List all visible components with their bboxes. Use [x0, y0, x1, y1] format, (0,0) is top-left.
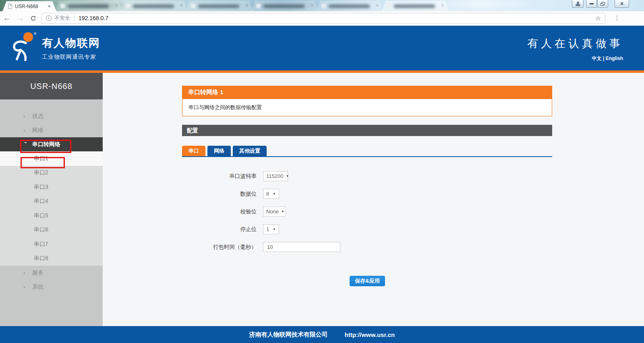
- back-button[interactable]: ←: [0, 14, 13, 23]
- browser-menu-icon[interactable]: ⋮: [611, 14, 623, 22]
- tab-close-icon[interactable]: ×: [441, 3, 444, 8]
- window-restore-button[interactable]: [597, 0, 608, 8]
- browser-tab-background[interactable]: ×: [186, 1, 253, 11]
- info-icon[interactable]: i: [46, 15, 52, 21]
- chevron-right-icon: ›: [23, 127, 32, 133]
- chevron-down-icon: ›: [23, 142, 29, 147]
- tab-favicon-icon: [321, 4, 326, 8]
- stopbits-select[interactable]: 1 ▼: [263, 224, 279, 234]
- brand-logo: ® 有人物联网 工业物联网通讯专家: [10, 31, 100, 63]
- usr-logo-icon: ®: [10, 31, 38, 63]
- tab-close-icon[interactable]: ×: [246, 3, 248, 8]
- sidebar-item-services[interactable]: › 服务: [0, 266, 103, 280]
- forward-button[interactable]: →: [13, 14, 27, 23]
- browser-tab-background[interactable]: ×: [382, 1, 449, 11]
- tab-favicon-icon: [191, 4, 195, 8]
- sidebar-item-serial-to-network[interactable]: › 串口转网络: [0, 137, 103, 151]
- sidebar-item-uart3[interactable]: 串口3: [0, 180, 103, 194]
- sidebar-item-label: 串口7: [34, 241, 48, 248]
- tab-close-icon[interactable]: ×: [376, 3, 379, 8]
- packtime-input[interactable]: [263, 242, 340, 252]
- tab-other-settings[interactable]: 其他设置: [233, 146, 267, 156]
- svg-text:®: ®: [34, 32, 37, 36]
- form-row-databits: 数据位 8 ▼: [182, 189, 552, 199]
- databits-select[interactable]: 8 ▼: [263, 189, 279, 199]
- browser-tabstrip: USR-N668 × × × × × × × ×: [0, 0, 644, 11]
- parity-select[interactable]: None ▼: [263, 207, 286, 217]
- tab-favicon-icon: [126, 4, 130, 8]
- select-value: None: [266, 209, 279, 215]
- browser-tab-background[interactable]: ×: [251, 1, 318, 11]
- select-value: 115200: [266, 173, 283, 179]
- form-row-packtime: 打包时间（毫秒）: [182, 242, 552, 252]
- restore-icon: [601, 2, 605, 6]
- dropdown-caret-icon: ▼: [273, 192, 276, 196]
- tab-close-icon[interactable]: ×: [115, 3, 118, 8]
- save-apply-button[interactable]: 保存&应用: [350, 276, 385, 286]
- window-minimize-button[interactable]: [586, 0, 597, 8]
- sidebar-item-uart5[interactable]: 串口5: [0, 209, 103, 223]
- lang-chinese-link[interactable]: 中文: [592, 56, 602, 61]
- chevron-right-icon: ›: [23, 270, 32, 276]
- sidebar-item-uart2[interactable]: 串口2: [0, 166, 103, 180]
- field-label: 数据位: [182, 190, 257, 198]
- language-switch: 中文 | English: [592, 55, 623, 62]
- sidebar: USR-N668 › 状态 › 网络 › 串口转网络 串口1 串口2 串口3 串…: [0, 73, 103, 326]
- baudrate-select[interactable]: 115200 ▼: [263, 171, 288, 181]
- sidebar-item-uart4[interactable]: 串口4: [0, 194, 103, 209]
- page-description: 串口与网络之间的数据传输配置: [182, 99, 552, 116]
- profile-button[interactable]: [572, 0, 584, 8]
- address-bar[interactable]: i 不安全 192.168.0.7 ☆: [41, 13, 605, 24]
- sidebar-item-uart6[interactable]: 串口6: [0, 223, 103, 238]
- refresh-button[interactable]: [27, 15, 40, 21]
- lang-english-link[interactable]: English: [606, 56, 623, 61]
- sidebar-item-label: 串口5: [34, 212, 48, 219]
- dropdown-caret-icon: ▼: [281, 210, 284, 213]
- browser-toolbar: ← → i 不安全 192.168.0.7 ☆ ⋮: [0, 11, 644, 25]
- sidebar-item-label: 串口转网络: [32, 141, 60, 148]
- sidebar-item-status[interactable]: › 状态: [0, 109, 103, 123]
- close-icon: ×: [620, 1, 623, 6]
- footer-url-link[interactable]: http://www.usr.cn: [345, 331, 395, 338]
- main-content: 串口转网络 1 串口与网络之间的数据传输配置 配置 串口 网络 其他设置 串口波…: [103, 73, 644, 326]
- browser-tab-background[interactable]: ×: [317, 1, 383, 11]
- browser-tab-background[interactable]: ×: [121, 1, 188, 11]
- tab-network[interactable]: 网络: [207, 146, 231, 156]
- window-close-button[interactable]: ×: [615, 0, 629, 8]
- sidebar-item-label: 串口6: [34, 226, 48, 233]
- tab-favicon-icon: [256, 4, 261, 8]
- browser-tab-background[interactable]: ×: [56, 1, 122, 11]
- tab-title: USR-N668: [15, 4, 45, 9]
- blurred-tab-text: [133, 4, 174, 8]
- sidebar-item-network[interactable]: › 网络: [0, 123, 103, 137]
- sidebar-submenu: 串口1 串口2 串口3 串口4 串口5 串口6 串口7 串口8: [0, 151, 103, 266]
- form-row-baudrate: 串口波特率 115200 ▼: [182, 171, 552, 181]
- tab-serial[interactable]: 串口: [182, 146, 205, 156]
- sidebar-item-label: 网络: [32, 127, 43, 134]
- sidebar-item-system[interactable]: › 系统: [0, 280, 103, 294]
- sidebar-item-label: 状态: [32, 113, 43, 120]
- section-header: 配置: [182, 125, 552, 136]
- tab-close-icon[interactable]: ×: [48, 4, 51, 9]
- sidebar-item-label: 系统: [32, 283, 43, 291]
- site-header: ® 有人物联网 工业物联网通讯专家 有人在认真做事 中文 | English: [0, 26, 644, 70]
- tab-close-icon[interactable]: ×: [180, 3, 183, 8]
- tab-favicon-icon: [387, 4, 391, 8]
- omnibox-divider: [74, 15, 75, 21]
- header-slogan: 有人在认真做事: [527, 36, 623, 51]
- blurred-tab-text: [198, 4, 239, 8]
- browser-tab-active[interactable]: USR-N668 ×: [2, 1, 56, 11]
- page-title: 串口转网络 1: [182, 86, 552, 99]
- chevron-right-icon: ›: [23, 113, 32, 119]
- sidebar-item-uart7[interactable]: 串口7: [0, 237, 103, 252]
- tab-close-icon[interactable]: ×: [311, 3, 313, 8]
- security-label: 不安全: [54, 14, 70, 22]
- sidebar-item-uart8[interactable]: 串口8: [0, 252, 103, 266]
- field-label: 停止位: [182, 226, 257, 233]
- minimize-icon: [590, 3, 594, 4]
- url-text[interactable]: 192.168.0.7: [79, 15, 595, 21]
- sidebar-item-uart1[interactable]: 串口1: [0, 151, 103, 166]
- page-footer: 济南有人物联网技术有限公司 http://www.usr.cn: [0, 326, 644, 343]
- blurred-tab-text: [329, 4, 370, 8]
- bookmark-star-icon[interactable]: ☆: [595, 14, 601, 22]
